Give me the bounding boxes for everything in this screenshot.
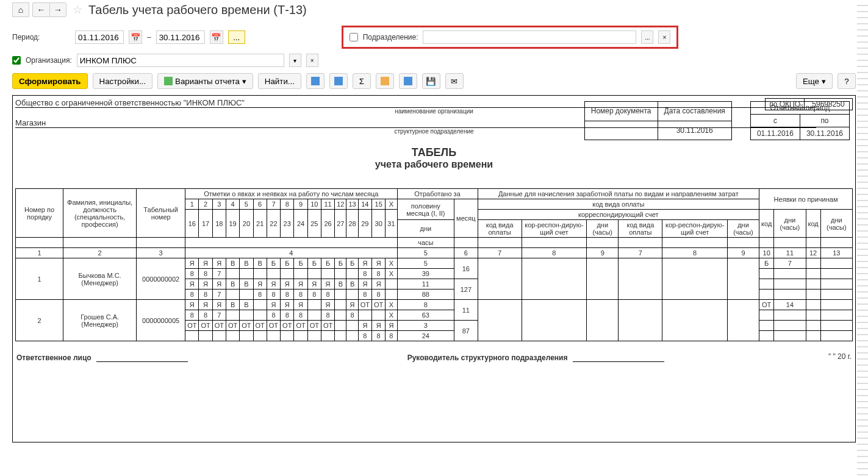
page-title: Табель учета рабочего времени (Т-13)	[88, 3, 307, 17]
chart-icon	[381, 77, 389, 85]
back-button[interactable]: ←	[32, 2, 49, 17]
favorite-star-icon[interactable]: ☆	[73, 3, 82, 16]
doc-meta-table: Номер документаДата составления 30.11.20…	[584, 101, 732, 140]
tool-icon-4[interactable]	[376, 73, 394, 89]
doc-icon	[311, 77, 320, 85]
org-clear-button[interactable]: ×	[306, 54, 318, 67]
department-input[interactable]	[423, 30, 636, 44]
mail-icon-button[interactable]: ✉	[445, 73, 464, 89]
doc-title: ТАБЕЛЬ	[15, 146, 853, 159]
department-clear-button[interactable]: ×	[658, 30, 670, 44]
more-button[interactable]: Еще ▾	[796, 73, 833, 89]
ruk-label: Руководитель структурного подразделения	[407, 353, 568, 362]
org-checkbox[interactable]	[12, 56, 21, 65]
ruk-sig-line	[573, 352, 664, 362]
okpo-value: 59698250	[804, 98, 853, 110]
okpo-label: по ОКПО	[765, 98, 804, 110]
department-select-button[interactable]: ...	[641, 30, 653, 44]
date-to-input[interactable]	[156, 30, 205, 44]
resp-label: Ответственное лицо	[16, 353, 91, 362]
department-checkbox[interactable]	[350, 33, 358, 41]
doc-icon	[334, 77, 343, 85]
tool-icon-3[interactable]: Σ	[353, 73, 371, 89]
org-label: Организация:	[26, 56, 72, 65]
forward-button[interactable]: →	[49, 2, 66, 17]
tool-icon-5[interactable]	[399, 73, 417, 89]
dash: –	[147, 33, 151, 41]
home-button[interactable]: ⌂	[12, 2, 29, 17]
calendar-from-button[interactable]: 📅	[129, 30, 142, 44]
find-button[interactable]: Найти...	[258, 73, 301, 89]
tool-icon-2[interactable]	[329, 73, 348, 89]
org-select-button[interactable]: ▾	[289, 54, 301, 67]
timesheet-table: Номер по порядку Фамилия, инициалы, долж…	[15, 188, 853, 341]
date-from-input[interactable]	[75, 30, 124, 44]
tool-icon-1[interactable]	[306, 73, 325, 89]
generate-button[interactable]: Сформировать	[12, 73, 88, 89]
torn-edge-decoration	[857, 0, 868, 476]
settings-button[interactable]: Настройки...	[93, 73, 152, 89]
variants-button[interactable]: Варианты отчета ▾	[157, 73, 253, 89]
variants-icon	[164, 77, 173, 85]
calendar-to-button[interactable]: 📅	[210, 30, 223, 44]
period-label: Период:	[12, 33, 70, 41]
department-label: Подразделение:	[363, 33, 418, 41]
report-area: по ОКПО 59698250 Общество с ограниченной…	[12, 95, 856, 442]
resp-sig-line	[96, 352, 188, 362]
period-picker-button[interactable]: ...	[228, 30, 245, 44]
help-button[interactable]: ?	[838, 73, 856, 89]
date-mark: " " 20 г.	[828, 352, 852, 362]
org-input[interactable]	[77, 54, 284, 67]
doc-subtitle: учета рабочего времени	[15, 159, 853, 170]
department-filter-highlight: Подразделение: ... ×	[342, 26, 679, 49]
preview-icon	[404, 77, 412, 85]
save-icon-button[interactable]: 💾	[422, 73, 440, 89]
